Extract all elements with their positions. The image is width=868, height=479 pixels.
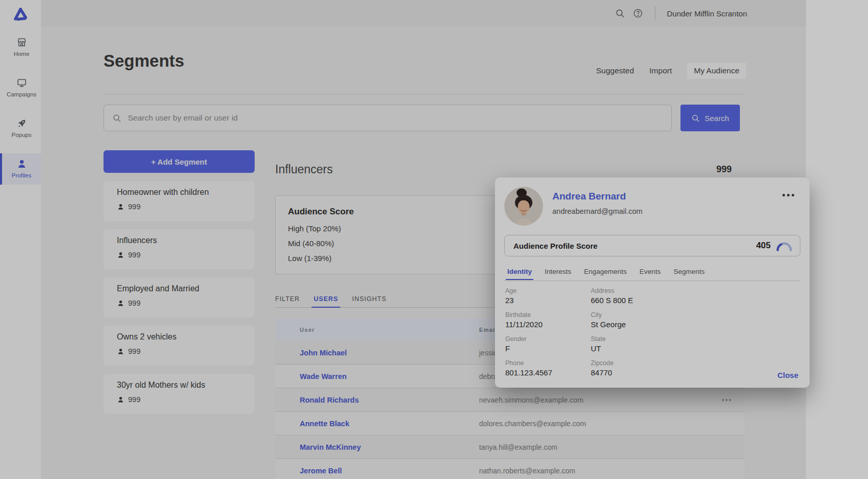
profile-tabs: Identity Interests Engagements Events Se… — [507, 268, 800, 280]
segment-name: Employed and Married — [117, 284, 246, 293]
topbar-actions: Dunder Mifflin Scranton — [615, 0, 747, 27]
person-icon — [16, 158, 27, 169]
field-zipcode: Zipcode84770 — [591, 360, 726, 377]
segment-name: 30yr old Mothers w/ kids — [117, 381, 246, 390]
segment-name: Homeowner with children — [117, 188, 246, 197]
close-button[interactable]: Close — [777, 371, 798, 380]
search-icon — [112, 113, 121, 123]
rocket-icon — [16, 118, 27, 129]
segment-card[interactable]: Influencers 999 — [104, 229, 255, 269]
tab-identity[interactable]: Identity — [507, 268, 532, 280]
field-phone: Phone801.123.4567 — [505, 360, 591, 377]
score-gauge-icon — [775, 240, 793, 252]
app-logo-icon[interactable] — [0, 5, 41, 24]
account-name[interactable]: Dunder Mifflin Scranton — [667, 9, 747, 18]
table-row[interactable]: Ronald Richards nevaeh.simmons@example.c… — [275, 388, 745, 412]
panel-user-count: 999 — [716, 164, 732, 175]
sidebar-item-label: Profiles — [12, 172, 31, 178]
screen: Dunder Mifflin Scranton Segments Suggest… — [0, 0, 868, 479]
add-segment-button[interactable]: + Add Segment — [104, 150, 255, 173]
field-birthdate: Birthdate11/11/2020 — [505, 311, 591, 329]
segment-count: 999 — [128, 299, 140, 307]
tab-users[interactable]: USERS — [314, 295, 338, 303]
sidebar-nav: Home Campaigns Popups Profiles — [0, 32, 41, 194]
segment-count: 999 — [128, 347, 140, 355]
tab-events[interactable]: Events — [639, 268, 660, 280]
profile-name-link[interactable]: Andrea Bernard — [552, 191, 626, 202]
topbar: Dunder Mifflin Scranton — [0, 0, 806, 27]
tab-import[interactable]: Import — [649, 66, 672, 75]
tab-segments[interactable]: Segments — [673, 268, 705, 280]
user-name-link[interactable]: Marvin McKinney — [275, 443, 479, 451]
search-icon[interactable] — [615, 8, 625, 18]
tab-suggested[interactable]: Suggested — [596, 66, 634, 75]
page-tabs: Suggested Import My Audience — [596, 63, 746, 79]
search-button-label: Search — [705, 114, 729, 123]
help-icon[interactable] — [633, 8, 643, 18]
row-menu-icon[interactable] — [688, 399, 745, 401]
person-icon — [117, 396, 125, 404]
storefront-icon — [16, 37, 27, 48]
table-row[interactable]: Annette Black dolores.chambers@example.c… — [275, 412, 745, 435]
user-email: tanya.hill@example.com — [479, 443, 688, 451]
person-icon — [117, 348, 125, 355]
tab-engagements[interactable]: Engagements — [584, 268, 627, 280]
topbar-divider — [655, 7, 655, 20]
search-input[interactable] — [128, 113, 663, 123]
field-state: StateUT — [591, 335, 726, 353]
panel-title: Influencers — [275, 163, 333, 176]
tabs-divider — [504, 281, 800, 281]
page-title: Segments — [104, 51, 184, 71]
person-icon — [117, 251, 125, 259]
field-age: Age23 — [505, 287, 591, 305]
segment-card[interactable]: Employed and Married 999 — [104, 277, 255, 317]
segment-name: Owns 2 vehicles — [117, 332, 246, 342]
user-name-link[interactable]: Annette Black — [275, 420, 479, 428]
sidebar-item-campaigns[interactable]: Campaigns — [0, 72, 41, 104]
sidebar-item-label: Home — [14, 51, 30, 57]
field-address: Address660 S 800 E — [591, 287, 726, 305]
segment-count: 999 — [128, 203, 140, 211]
segment-count: 999 — [128, 251, 140, 259]
person-icon — [117, 300, 125, 307]
column-header-user: User — [275, 327, 479, 333]
user-name-link[interactable]: Jerome Bell — [275, 467, 479, 475]
sidebar-item-home[interactable]: Home — [0, 32, 41, 63]
sidebar-item-label: Popups — [11, 132, 31, 138]
tab-interests[interactable]: Interests — [545, 268, 571, 280]
tab-insights[interactable]: INSIGHTS — [352, 295, 386, 303]
header-divider — [104, 94, 745, 94]
user-name-link[interactable]: John Michael — [275, 349, 479, 357]
avatar — [504, 187, 543, 226]
identity-fields: Age23 Address660 S 800 E Birthdate11/11/… — [505, 287, 726, 377]
audience-profile-score-box: Audience Profile Score 405 — [504, 235, 800, 256]
field-gender: GenderF — [505, 335, 591, 353]
field-city: CitySt George — [591, 311, 726, 329]
segment-card[interactable]: Homeowner with children 999 — [104, 181, 255, 221]
search-icon — [691, 114, 700, 123]
user-email: nathan.roberts@example.com — [479, 467, 688, 475]
sidebar-item-popups[interactable]: Popups — [0, 113, 41, 144]
tab-my-audience[interactable]: My Audience — [687, 63, 746, 79]
user-email: nevaeh.simmons@example.com — [479, 396, 688, 404]
monitor-icon — [16, 77, 27, 88]
sidebar-item-profiles[interactable]: Profiles — [0, 153, 41, 185]
segment-card[interactable]: 30yr old Mothers w/ kids 999 — [104, 374, 255, 414]
table-row[interactable]: Marvin McKinney tanya.hill@example.com — [275, 435, 745, 459]
person-icon — [117, 203, 125, 211]
user-name-link[interactable]: Wade Warren — [275, 372, 479, 381]
profile-menu-icon[interactable] — [782, 194, 794, 196]
user-search-field[interactable] — [104, 105, 672, 131]
table-row[interactable]: Jerome Bell nathan.roberts@example.com — [275, 459, 745, 479]
sidebar: Home Campaigns Popups Profiles — [0, 0, 41, 479]
user-name-link[interactable]: Ronald Richards — [275, 396, 479, 404]
sidebar-item-label: Campaigns — [7, 91, 36, 97]
user-profile-modal: Andrea Bernard andreabernard@gmail.com A… — [495, 177, 810, 388]
segment-list: + Add Segment Homeowner with children 99… — [104, 150, 255, 414]
segment-count: 999 — [128, 395, 140, 404]
segment-card[interactable]: Owns 2 vehicles 999 — [104, 326, 255, 366]
score-value: 405 — [756, 241, 771, 251]
tab-filter[interactable]: FILTER — [275, 295, 300, 303]
score-label: Audience Profile Score — [513, 242, 756, 250]
search-button[interactable]: Search — [680, 105, 740, 131]
